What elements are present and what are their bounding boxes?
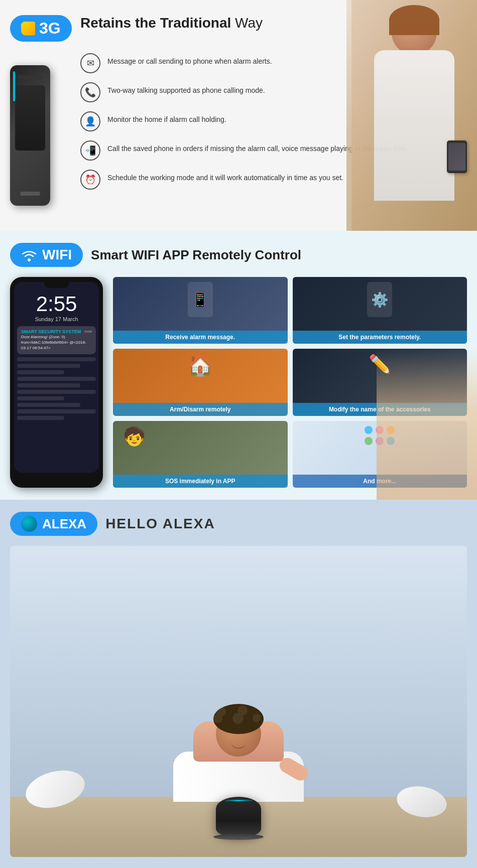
- phone-notification: SMART SECURITY SYSTEM now Door Alarming!…: [17, 326, 96, 354]
- section-wifi: WIFI Smart WIFI APP Remotely Control 2:5…: [0, 231, 477, 500]
- wifi-badge: WIFI: [10, 243, 83, 267]
- wifi-icon: [21, 247, 37, 263]
- grid-cell-params: ⚙️ Set the parameters remotely.: [293, 277, 467, 344]
- 3g-title: Retains the Traditional Way: [80, 15, 263, 31]
- blur-line: [17, 416, 64, 420]
- grid-cell-sos: 🧒 SOS immediately in APP: [113, 421, 288, 488]
- wifi-badge-label: WIFI: [42, 247, 72, 263]
- feature-text: Two-way talking supported as phone calli…: [107, 82, 265, 96]
- alexa-badge: ALEXA: [10, 512, 97, 536]
- blur-line: [17, 403, 80, 407]
- schedule-icon: ⏰: [80, 170, 100, 190]
- section-alexa: ALEXA HELLO ALEXA: [0, 500, 477, 868]
- alexa-speaker: [216, 797, 261, 837]
- grid-cell-label: Set the parameters remotely.: [293, 331, 467, 344]
- blur-line: [17, 390, 96, 394]
- woman-figure-area: [351, 0, 477, 231]
- alexa-scene: [10, 546, 467, 857]
- 3g-badge: 3G: [10, 15, 72, 42]
- person-figure: [158, 701, 319, 802]
- notif-text: Door Alarming! (Zone: 0) from<MAC:10fe6b…: [21, 334, 92, 351]
- blur-line: [17, 383, 80, 387]
- mini-dot: [365, 426, 373, 434]
- phone-icon: 📞: [80, 82, 100, 102]
- call-icon: 📲: [80, 140, 100, 161]
- woman-bg-wifi: [377, 349, 477, 500]
- device-image-3g: [10, 65, 50, 206]
- blur-lines: [17, 357, 96, 420]
- notif-title: SMART SECURITY SYSTEM: [21, 329, 81, 334]
- mini-dot: [365, 437, 373, 445]
- blur-line: [17, 370, 64, 374]
- feature-text: Schedule the working mode and it will wo…: [107, 170, 343, 183]
- blur-line: [17, 396, 64, 400]
- wifi-header: WIFI Smart WIFI APP Remotely Control: [10, 243, 467, 267]
- phone-mockup: 2:55 Sunday 17 March SMART SECURITY SYST…: [10, 277, 103, 488]
- grid-cell-arm: 🏠 Arm/Disarm remotely: [113, 349, 288, 415]
- notif-time: now: [84, 329, 92, 334]
- blur-line: [17, 409, 96, 413]
- phone-time: 2:55: [14, 292, 99, 316]
- message-icon: ✉: [80, 53, 100, 73]
- alexa-ball-icon: [21, 516, 37, 532]
- section-3g: 3G Retains the Traditional Way ✉ Message…: [0, 0, 477, 231]
- alexa-header: ALEXA HELLO ALEXA: [10, 512, 467, 536]
- grid-cell-label: Receive alarm message.: [113, 331, 288, 344]
- feature-text: Monitor the home if alarm call holding.: [107, 111, 226, 125]
- svg-point-0: [28, 258, 31, 261]
- blur-line: [17, 357, 96, 361]
- 3g-badge-label: 3G: [39, 19, 61, 38]
- phone-date: Sunday 17 March: [14, 316, 99, 322]
- monitor-icon: 👤: [80, 111, 100, 131]
- sim-icon: [21, 22, 35, 36]
- 3g-header: 3G: [10, 15, 72, 49]
- grid-cell-label: Arm/Disarm remotely: [113, 403, 288, 416]
- wifi-title: Smart WIFI APP Remotely Control: [91, 247, 301, 263]
- alexa-badge-label: ALEXA: [42, 516, 86, 532]
- grid-cell-label: SOS immediately in APP: [113, 475, 288, 488]
- feature-text: Message or call sending to phone when al…: [107, 53, 272, 67]
- grid-cell-alarm: 📱 Receive alarm message.: [113, 277, 288, 344]
- blur-line: [17, 377, 96, 381]
- alexa-title: HELLO ALEXA: [105, 516, 215, 532]
- phone-screen: 2:55 Sunday 17 March SMART SECURITY SYST…: [14, 282, 99, 473]
- blur-line: [17, 364, 80, 368]
- phone-notch: [44, 282, 69, 288]
